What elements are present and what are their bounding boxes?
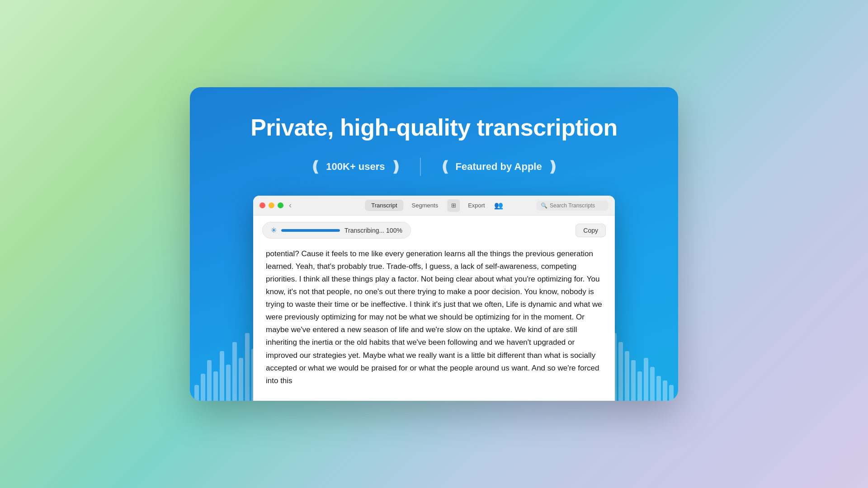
search-icon: 🔍 <box>541 202 547 209</box>
transcript-text: potential? Cause it feels to me like eve… <box>266 248 602 387</box>
progress-bar-track <box>281 229 340 232</box>
tab-transcript[interactable]: Transcript <box>365 200 403 211</box>
badge-divider <box>420 158 421 176</box>
traffic-lights <box>259 202 283 208</box>
badge-apple: ❪ Featured by Apple ❫ <box>439 158 559 175</box>
tab-segments[interactable]: Segments <box>406 200 445 211</box>
page-title: Private, high-quality transcription <box>250 114 618 141</box>
export-button[interactable]: Export <box>462 200 491 211</box>
laurel-right-icon: ❫ <box>390 158 402 175</box>
grid-icon-button[interactable]: ⊞ <box>447 199 460 212</box>
spinner-icon: ✳ <box>271 226 277 235</box>
progress-text: Transcribing... 100% <box>344 227 402 234</box>
progress-pill: ✳ Transcribing... 100% <box>262 222 411 239</box>
mac-window: ‹ Transcript Segments ⊞ Export 👥 🔍 ✳ Tra… <box>253 196 615 401</box>
progress-area: ✳ Transcribing... 100% Copy <box>253 216 615 239</box>
laurel-right-icon2: ❫ <box>547 158 559 175</box>
transcript-body: potential? Cause it feels to me like eve… <box>253 239 615 401</box>
people-icon[interactable]: 👥 <box>494 201 503 210</box>
search-area[interactable]: 🔍 <box>536 201 609 211</box>
badge-users: ❪ 100K+ users ❫ <box>309 158 401 175</box>
badge-apple-label: Featured by Apple <box>456 161 542 173</box>
laurel-left-icon: ❪ <box>309 158 321 175</box>
titlebar: ‹ Transcript Segments ⊞ Export 👥 🔍 <box>253 196 615 216</box>
copy-button[interactable]: Copy <box>576 224 606 237</box>
close-button[interactable] <box>259 202 265 208</box>
progress-bar-fill <box>281 229 340 232</box>
minimize-button[interactable] <box>269 202 274 208</box>
tabs-center: Transcript Segments ⊞ Export 👥 <box>365 199 503 212</box>
maximize-button[interactable] <box>278 202 283 208</box>
badges-row: ❪ 100K+ users ❫ ❪ Featured by Apple ❫ <box>309 158 558 176</box>
laurel-left-icon2: ❪ <box>439 158 451 175</box>
main-card: Private, high-quality transcription ❪ 10… <box>190 87 678 400</box>
search-input[interactable] <box>550 202 604 209</box>
badge-users-label: 100K+ users <box>326 161 385 173</box>
back-button[interactable]: ‹ <box>289 201 292 210</box>
